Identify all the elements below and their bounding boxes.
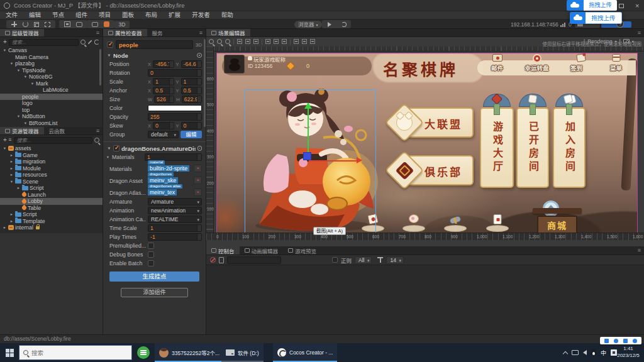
- menu-button[interactable]: 菜单: [596, 60, 636, 75]
- panel-menu-icon[interactable]: ≡: [199, 29, 206, 36]
- material-asset-chip[interactable]: builtin-2d-sprite: [148, 165, 189, 172]
- collapse-arrow-icon[interactable]: [9, 159, 14, 164]
- color-swatch[interactable]: [148, 105, 202, 111]
- font-size-dropdown[interactable]: 14: [386, 256, 403, 264]
- size-w-input[interactable]: 526: [154, 96, 174, 103]
- asset-row[interactable]: Module: [0, 165, 103, 172]
- animation-dropdown[interactable]: newAnimation: [148, 207, 202, 214]
- asset-row[interactable]: Script: [0, 185, 103, 192]
- asset-row[interactable]: Scene: [0, 178, 103, 185]
- search-icon[interactable]: [80, 40, 86, 45]
- expand-arrow-icon[interactable]: [107, 53, 111, 58]
- bottom-icon-2[interactable]: [402, 213, 426, 232]
- mail-button[interactable]: 邮件: [477, 60, 517, 75]
- group-dropdown[interactable]: default: [148, 131, 179, 138]
- inspector-scrollbar[interactable]: [204, 39, 206, 127]
- anchor-mode-icon[interactable]: [104, 21, 109, 27]
- expand-arrow-icon[interactable]: [106, 155, 110, 160]
- dragon-asset-chip[interactable]: meinv_ske: [148, 177, 178, 184]
- node-row[interactable]: LabMotice: [0, 87, 103, 94]
- play-times-input[interactable]: -1: [148, 233, 202, 241]
- skew-y-input[interactable]: 0: [181, 122, 202, 129]
- menu-node[interactable]: 节点: [47, 11, 70, 19]
- expand-arrow-icon[interactable]: [9, 61, 14, 66]
- asset-row[interactable]: Script: [0, 211, 103, 218]
- player-avatar[interactable]: [224, 55, 245, 74]
- game-hall-button[interactable]: 游戏大厅: [480, 94, 514, 189]
- open-log-file-icon[interactable]: [219, 257, 224, 263]
- assets-search-input[interactable]: [14, 137, 92, 144]
- log-level-dropdown[interactable]: All: [355, 256, 372, 264]
- enable-batch-checkbox[interactable]: [148, 260, 154, 266]
- group-edit-button[interactable]: 编辑: [180, 131, 202, 138]
- scene-canvas[interactable]: 玩家游戏昵称 ID 123456 0 名聚棋牌 邮件 幸运转盘 签到 菜单: [216, 53, 638, 233]
- position-y-input[interactable]: -64.6: [181, 60, 202, 68]
- generate-sockets-button[interactable]: 生成挂点: [109, 272, 199, 282]
- menu-project[interactable]: 项目: [93, 11, 116, 19]
- node-row-selected[interactable]: people: [0, 94, 103, 101]
- node-row[interactable]: TipsNode: [0, 67, 103, 74]
- tray-expand-icon[interactable]: [563, 351, 568, 356]
- add-node-button[interactable]: +: [3, 39, 7, 45]
- bottom-icon-3[interactable]: [443, 213, 467, 232]
- hierarchy-scrollbar[interactable]: [99, 49, 101, 85]
- tab-cloud-functions[interactable]: 云函数: [44, 127, 70, 134]
- refresh-button[interactable]: [336, 20, 351, 28]
- align-left-icon[interactable]: [237, 39, 242, 44]
- node-row[interactable]: Main Camera: [0, 54, 103, 61]
- gizmo-x-arrowhead[interactable]: [357, 157, 362, 163]
- rotate-tool-icon[interactable]: [23, 21, 28, 27]
- upload-popup-top[interactable]: 拖拽上传: [567, 0, 617, 11]
- position-x-input[interactable]: -456.7: [153, 60, 174, 68]
- menu-help[interactable]: 帮助: [216, 11, 239, 19]
- tab-game-preview[interactable]: 游戏预览: [283, 246, 321, 255]
- lucky-wheel-button[interactable]: 幸运转盘: [517, 60, 557, 75]
- node-row[interactable]: NoticeBG: [0, 74, 103, 80]
- scale-y-input[interactable]: 1: [181, 78, 202, 85]
- anchor-y-input[interactable]: 0.5: [181, 87, 202, 94]
- node-section-header[interactable]: Node: [103, 51, 206, 60]
- bottom-icon-4[interactable]: [486, 213, 509, 232]
- armature-dropdown[interactable]: Armature: [148, 198, 202, 206]
- close-icon[interactable]: ×: [635, 0, 639, 11]
- size-h-input[interactable]: 622.944: [182, 96, 202, 103]
- zoom-reset-icon[interactable]: [225, 39, 230, 44]
- node-row[interactable]: top: [0, 107, 103, 114]
- zoom-in-icon[interactable]: [209, 39, 214, 44]
- canvas-fit-icon[interactable]: [92, 22, 98, 27]
- collapse-arrow-icon[interactable]: [9, 153, 14, 158]
- expand-arrow-icon[interactable]: [16, 68, 21, 73]
- scale-tool-icon[interactable]: [34, 22, 39, 27]
- taskbar-search[interactable]: [19, 345, 132, 360]
- hierarchy-search-input[interactable]: [9, 39, 79, 46]
- opened-rooms-button[interactable]: 已开房间: [516, 94, 549, 189]
- node-active-checkbox[interactable]: [107, 41, 113, 48]
- taskbar-clock[interactable]: 1:41 2023/12/5: [614, 345, 643, 359]
- panel-menu-icon[interactable]: ≡: [96, 29, 103, 36]
- asset-row[interactable]: assets: [0, 145, 103, 152]
- premultiplied-checkbox[interactable]: [148, 243, 154, 249]
- gizmo-y-arrowhead[interactable]: [304, 102, 312, 109]
- refresh-icon[interactable]: [94, 40, 99, 45]
- panel-menu-icon[interactable]: ≡: [96, 127, 103, 134]
- local-global-icon[interactable]: [76, 22, 82, 27]
- console-log-area[interactable]: [206, 265, 644, 334]
- distribute-span-icon[interactable]: [310, 39, 315, 44]
- taskbar-app-explorer[interactable]: 软件 (D:): [221, 343, 264, 362]
- scale-x-input[interactable]: 1: [153, 78, 174, 85]
- menu-panel[interactable]: 面板: [116, 11, 140, 19]
- node-row[interactable]: plazabg: [0, 60, 103, 67]
- gear-icon[interactable]: [197, 53, 202, 58]
- speaker-icon[interactable]: [583, 350, 587, 355]
- asset-row[interactable]: internal: [0, 224, 103, 231]
- gear-icon[interactable]: [197, 146, 202, 151]
- asset-row[interactable]: Template: [0, 218, 103, 225]
- zoom-out-icon[interactable]: [217, 39, 222, 44]
- taskbar-app-cocos[interactable]: Cocos Creator - ...: [273, 343, 337, 362]
- 3d-toggle-button[interactable]: 3D: [114, 21, 130, 28]
- align-center-icon[interactable]: [245, 39, 250, 44]
- align-right-icon[interactable]: [253, 39, 258, 44]
- join-room-button[interactable]: 加入房间: [553, 94, 586, 189]
- distribute-v-icon[interactable]: [302, 39, 307, 44]
- anchor-x-input[interactable]: 0.5: [153, 87, 174, 94]
